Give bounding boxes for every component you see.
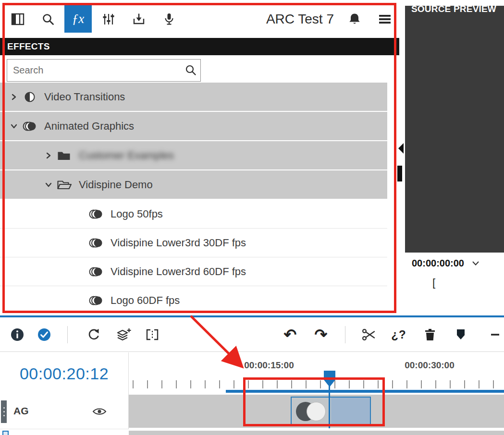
confirm-button[interactable] [35,325,54,344]
sliders-icon [102,12,115,26]
timeline-ruler[interactable]: 00:00:15:00 00:00:30:00 [129,352,504,395]
animated-graphic-icon [88,266,111,278]
track-color-tab[interactable] [2,431,9,435]
track-row-ag: AG [0,395,504,429]
source-preview-title: SOURCE PREVIEW [411,4,496,14]
panels-icon [11,13,25,25]
export-media-icon [132,12,146,26]
source-timecode-dropdown[interactable]: 00:00:00:00 [405,254,504,273]
transition-circle-light [307,402,326,421]
project-title: ARC Test 7 [266,12,334,27]
chevron-down-icon [472,260,479,266]
timeline-clip[interactable] [291,397,371,426]
info-icon [10,327,25,342]
timeline-header: 00:00:20:12 00:00:15:00 00:00:30:00 [0,352,504,395]
layers-plus-icon [116,327,131,342]
voiceover-button[interactable] [155,5,183,33]
cut-button[interactable] [359,325,379,344]
clip-body-segment [331,398,370,425]
chevron-down-icon[interactable] [6,122,22,131]
tree-item-label: Customer Examples [79,149,174,162]
redo-button[interactable]: ↷ [311,325,331,344]
folder-open-icon [57,179,79,191]
tree-item-logo-60df[interactable]: Logo 60DF fps [0,286,387,314]
chevron-down-icon[interactable] [40,181,57,189]
app-window: ƒx [0,0,504,435]
info-button[interactable] [8,325,27,344]
clip-effect-segment [292,398,331,425]
zoom-out-button[interactable] [486,325,504,344]
tree-item-label: Logo 50fps [111,208,163,220]
ruler-ticks [133,380,504,388]
tree-item-lower3rd-60df[interactable]: Vidispine Lower3rd 60DF fps [0,257,387,286]
tree-item-video-transitions[interactable]: Video Transitions [0,83,387,111]
effects-search-input[interactable] [7,59,201,82]
redo-icon: ↷ [315,327,328,342]
tree-item-label: Vidispine Lower3rd 30DF fps [111,237,246,249]
tree-item-customer-examples[interactable]: Customer Examples [0,141,387,169]
split-brackets-icon [145,328,160,341]
mark-in-indicator: [ [432,277,435,289]
match-frame-button[interactable] [143,325,162,344]
tree-item-label: Vidispine Demo [79,179,153,191]
track-visibility-button[interactable] [92,406,107,417]
tree-item-label: Video Transitions [44,91,125,103]
current-timecode: 00:00:20:12 [0,352,129,395]
tree-item-animated-graphics[interactable]: Animated Graphics [0,112,387,140]
eye-icon [92,406,107,417]
effects-tree: Video Transitions Animated Graphics [0,83,399,314]
top-toolbar: ƒx [0,0,405,38]
reset-button[interactable] [85,325,104,344]
ruler-label: 00:00:15:00 [244,360,294,371]
delete-button[interactable] [420,325,440,344]
export-media-button[interactable] [125,5,152,33]
slip-tool-button[interactable]: ¿? [389,325,408,344]
hamburger-menu-icon [378,13,392,25]
fx-icon: ƒx [72,12,84,26]
source-timecode: 00:00:00:00 [412,258,464,269]
trash-icon [424,328,436,341]
source-preview-screen [405,6,504,253]
chevron-right-icon[interactable] [40,151,57,160]
transition-icon [22,91,44,103]
toolbar-divider [345,326,345,343]
tree-item-label: Animated Graphics [44,120,134,133]
add-layer-button[interactable] [114,325,133,344]
panel-collapse-button[interactable] [398,143,404,156]
minus-icon [490,328,501,341]
playhead-handle[interactable] [323,370,336,390]
animated-graphic-icon [88,294,111,307]
tree-item-logo-50fps[interactable]: Logo 50fps [0,200,387,229]
notifications-button[interactable] [341,5,368,33]
tree-item-lower3rd-30df[interactable]: Vidispine Lower3rd 30DF fps [0,229,387,257]
undo-icon: ↶ [284,327,297,342]
adjust-sliders-button[interactable] [95,5,122,33]
ruler-label: 00:00:30:00 [405,360,455,371]
track-drag-handle[interactable] [1,400,7,423]
source-preview-panel: SOURCE PREVIEW 00:00:00:00 [ [405,0,504,315]
check-circle-icon [37,327,51,342]
animated-graphic-icon [22,120,44,133]
folder-closed-icon [57,150,79,161]
search-button[interactable] [34,5,61,33]
ruler-duration-bar [226,390,504,393]
chevron-right-icon[interactable] [6,93,22,101]
add-marker-button[interactable] [451,325,470,344]
slip-tool-icon: ¿? [391,329,406,340]
playhead-icon [323,370,336,388]
marker-icon [454,328,467,341]
main-menu-button[interactable] [371,5,398,33]
tree-item-vidispine-demo[interactable]: Vidispine Demo [0,170,387,199]
search-submit-button[interactable] [184,64,197,78]
timeline-toolbar: ↶ ↷ ¿? [0,317,504,352]
effects-fx-button[interactable]: ƒx [64,5,92,33]
playhead-line [329,386,330,428]
bell-icon [348,12,361,26]
panels-button[interactable] [4,5,31,33]
scissors-icon [362,328,376,341]
tree-item-label: Logo 60DF fps [111,294,180,307]
undo-button[interactable]: ↶ [281,325,300,344]
track-header: AG [0,395,129,429]
search-icon [42,13,54,25]
scrollbar-thumb[interactable] [397,166,402,181]
